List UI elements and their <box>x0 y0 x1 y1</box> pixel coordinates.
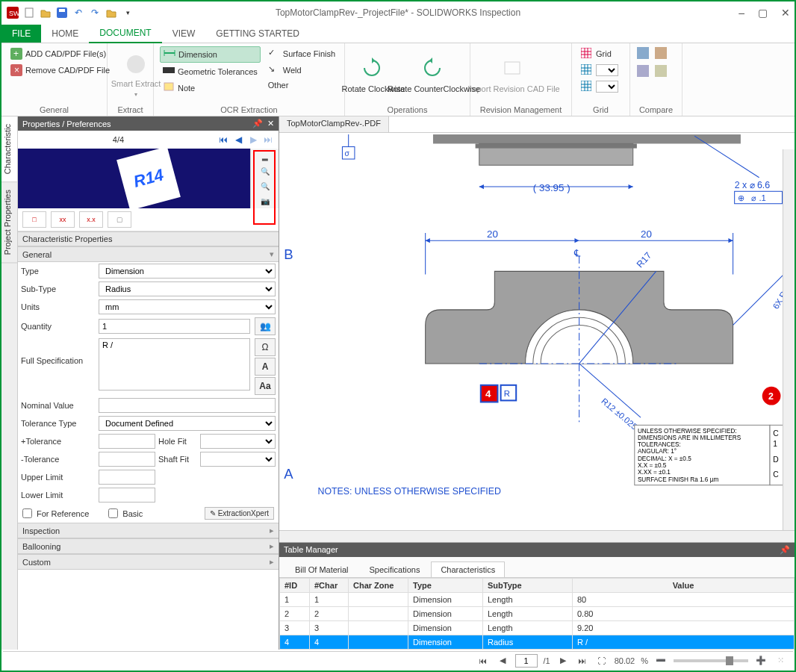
page-input[interactable] <box>515 654 538 668</box>
view-tab[interactable]: VIEW <box>162 25 206 43</box>
nav-next-icon[interactable]: ▶ <box>246 132 261 147</box>
nominal-input[interactable] <box>99 398 276 413</box>
grid-options2-button[interactable] <box>578 79 621 94</box>
font-a-button[interactable]: A <box>255 358 276 376</box>
vertical-scrollbar[interactable] <box>783 149 795 530</box>
rotate-ccw-button[interactable]: Rotate CounterClockwise <box>400 46 467 104</box>
units-select[interactable]: mm <box>99 299 276 314</box>
undo-icon[interactable]: ↶ <box>72 6 85 19</box>
svg-text:1: 1 <box>773 440 777 448</box>
type-select[interactable]: Dimension <box>99 264 276 279</box>
open-icon[interactable] <box>39 6 52 19</box>
subtype-select[interactable]: Radius <box>99 281 276 296</box>
file-tab[interactable]: FILE <box>1 25 41 43</box>
shaft-fit-select[interactable] <box>200 452 276 467</box>
other-button[interactable]: Other <box>265 79 338 91</box>
characteristics-tab[interactable]: Characteristics <box>431 561 505 577</box>
add-cad-pdf-button[interactable]: +ADD CAD/PDF File(s) <box>7 46 101 61</box>
custom-section[interactable]: Custom▸ <box>18 554 279 570</box>
maximize-button[interactable]: ▢ <box>758 7 768 19</box>
surface-finish-button[interactable]: ✓Surface Finish <box>265 46 338 61</box>
dimension-button[interactable]: Dimension <box>160 46 261 63</box>
rotate-cw-button[interactable]: Rotate Clockwise <box>351 46 396 104</box>
page-last-icon[interactable]: ⏭ <box>576 654 589 668</box>
nav-last-icon[interactable]: ⏭ <box>261 132 276 147</box>
zoom-out-button[interactable]: ➖ <box>654 654 668 668</box>
basic-checkbox[interactable] <box>108 508 118 518</box>
general-group-label: General <box>7 104 101 114</box>
quantity-link-button[interactable]: 👥 <box>255 317 276 335</box>
page-first-icon[interactable]: ⏮ <box>476 654 490 668</box>
note-button[interactable]: Note <box>160 81 261 96</box>
svg-text:20: 20 <box>641 228 652 240</box>
compare-icon-1[interactable] <box>636 46 650 60</box>
compare-icon-3[interactable] <box>636 64 650 78</box>
omega-button[interactable]: Ω <box>255 338 276 356</box>
document-tab[interactable]: DOCUMENT <box>89 24 161 43</box>
tool-btn-3[interactable]: x.x <box>79 211 103 228</box>
upper-limit-input[interactable] <box>99 470 155 485</box>
bom-tab[interactable]: Bill Of Material <box>285 561 358 577</box>
table-row[interactable]: 22DimensionLength0.80 <box>280 607 795 621</box>
extraction-xpert-button[interactable]: ✎ ExtractionXpert <box>205 507 274 520</box>
table-row[interactable]: 44DimensionRadiusR / <box>280 635 795 650</box>
characteristic-side-tab[interactable]: Characteristic <box>1 116 17 182</box>
svg-text:SW: SW <box>9 10 19 17</box>
font-aa-button[interactable]: Aa <box>255 377 276 395</box>
close-panel-icon[interactable]: ✕ <box>267 119 274 128</box>
close-button[interactable]: ✕ <box>781 7 790 19</box>
tm-pin-icon[interactable]: 📌 <box>780 545 790 555</box>
document-tab[interactable]: TopMotorClampRev-.PDF <box>279 116 389 132</box>
page-next-icon[interactable]: ▶ <box>556 654 570 668</box>
page-prev-icon[interactable]: ◀ <box>496 654 509 668</box>
import-revision-button[interactable]: Import Revision CAD File <box>476 46 551 104</box>
tool-btn-4[interactable]: ▢ <box>108 211 131 228</box>
drawing-canvas[interactable]: ( 33.95 ) σ B A 2 x ⌀ 6.6 ⊕ ⌀ .1 <box>279 133 795 502</box>
zoom-slider[interactable] <box>674 659 748 662</box>
characteristics-table[interactable]: #ID #Char Char Zone Type SubType Value 1… <box>279 578 795 650</box>
toltype-select[interactable]: Document Defined <box>99 416 276 431</box>
fit-icon[interactable]: ⛶ <box>595 654 609 668</box>
project-properties-side-tab[interactable]: Project Properties <box>1 182 17 263</box>
lower-limit-input[interactable] <box>99 488 155 503</box>
resize-grip-icon[interactable]: ⁙ <box>774 654 787 668</box>
grid-options-button[interactable] <box>578 63 621 78</box>
inspection-section[interactable]: Inspection▸ <box>18 523 279 538</box>
ntol-input[interactable] <box>99 452 155 467</box>
ribbon-tabs: FILE HOME DOCUMENT VIEW GETTING STARTED <box>1 24 795 43</box>
save-icon[interactable] <box>55 6 69 19</box>
for-reference-checkbox[interactable] <box>22 508 32 518</box>
tool-btn-2[interactable]: xx <box>51 211 75 228</box>
nav-prev-icon[interactable]: ◀ <box>231 132 246 147</box>
horizontal-scrollbar[interactable] <box>279 530 795 542</box>
qat-dropdown-icon[interactable]: ▾ <box>121 6 134 19</box>
zoom-in-button[interactable]: ➕ <box>754 654 768 668</box>
specifications-tab[interactable]: Specifications <box>360 561 430 577</box>
home-tab[interactable]: HOME <box>41 25 89 43</box>
ptol-input[interactable] <box>99 434 155 449</box>
remove-cad-pdf-button[interactable]: ×Remove CAD/PDF File <box>7 63 101 78</box>
grid-button[interactable]: Grid <box>578 46 621 61</box>
quantity-input[interactable] <box>99 319 250 334</box>
gtol-button[interactable]: Geometric Tolerances <box>160 64 261 79</box>
general-section[interactable]: General▾ <box>18 246 279 262</box>
table-row[interactable]: 33DimensionLength9.20 <box>280 621 795 635</box>
nav-first-icon[interactable]: ⏮ <box>216 132 231 147</box>
svg-rect-2 <box>25 8 33 17</box>
char-props-section[interactable]: Characteristic Properties <box>18 231 279 246</box>
hole-fit-select[interactable] <box>200 434 276 449</box>
ballooning-section[interactable]: Ballooning▸ <box>18 538 279 554</box>
weld-button[interactable]: ↘Weld <box>265 63 338 78</box>
getting-started-tab[interactable]: GETTING STARTED <box>205 25 310 43</box>
fullspec-textarea[interactable]: R / <box>99 338 250 391</box>
smart-extract-button[interactable]: Smart Extract▾ <box>114 46 158 104</box>
compare-icon-2[interactable] <box>654 46 668 60</box>
pin-icon[interactable]: 📌 <box>252 119 263 128</box>
new-icon[interactable] <box>22 6 36 19</box>
folder-icon[interactable] <box>105 6 118 19</box>
table-row[interactable]: 11DimensionLength80 <box>280 593 795 607</box>
compare-icon-4[interactable] <box>654 64 668 78</box>
minimize-button[interactable]: – <box>739 7 744 19</box>
redo-icon[interactable]: ↷ <box>88 6 102 19</box>
tool-btn-1[interactable]: □ <box>22 211 46 228</box>
